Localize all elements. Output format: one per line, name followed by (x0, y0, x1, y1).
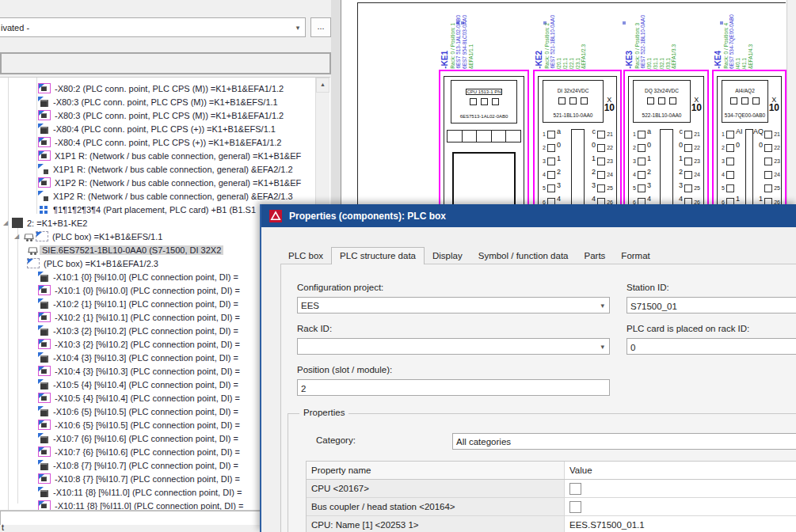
tree-item[interactable]: -X80:4 (PLC conn. point, PLC CPS (+)) =K… (0, 135, 315, 149)
module-labels: -KE2Rack: 0 / Position: 26ES7 521-1BL10-… (535, 2, 587, 69)
terminal-square (764, 131, 772, 139)
terminal-row: 5 (718, 181, 745, 195)
pin-number: 1 (718, 131, 725, 137)
rack-id-combobox[interactable]: ▾ (297, 338, 610, 355)
expander-icon[interactable]: ◢ (14, 233, 23, 241)
channel-label: 1 (586, 154, 596, 162)
plc-magenta-icon (38, 420, 51, 430)
tab-format[interactable]: Format (613, 248, 657, 264)
tree-item-label: (PLC box) =K1+B1&EFA1/2.3 (41, 259, 161, 268)
led-square (658, 97, 665, 104)
tree-item[interactable]: X1P2 R: (Network / bus cable connection,… (0, 176, 315, 189)
scroll-up-icon[interactable]: ▲ (316, 78, 329, 93)
channel-label: c (586, 127, 596, 135)
configuration-project-combobox[interactable]: EES ▾ (297, 297, 610, 314)
led-square (558, 97, 566, 104)
category-combobox[interactable]: All categories (452, 433, 796, 450)
tab-parts[interactable]: Parts (577, 248, 614, 264)
strip-cell (492, 131, 507, 142)
cross-reference-label: /40.1 (736, 58, 741, 69)
terminal-square (764, 144, 772, 152)
connector-number: 10 (769, 102, 779, 113)
pin-number: 2 (630, 145, 636, 150)
tree-item-label: -X10:11 {8} [%I11.0] (PLC connection poi… (52, 501, 246, 511)
pin-number: 21 (774, 131, 780, 137)
pin-number: 21 (694, 131, 700, 137)
terminal-square (726, 144, 734, 152)
pin-number: 24 (607, 172, 613, 177)
module-part-label: 534-7QE00-0AB0 (725, 112, 765, 118)
tree-item-label: -X80:3 (PLC conn. point, PLC CPS (M)) =K… (52, 111, 286, 120)
table-row[interactable]: Bus coupler / head station <20164> (307, 498, 796, 516)
channel-label: 0 (557, 141, 566, 149)
chevron-down-icon[interactable]: ▾ (600, 343, 606, 351)
plc-magenta-icon (38, 150, 51, 161)
checkbox[interactable] (569, 501, 581, 513)
terminal-row: 42 (539, 168, 569, 181)
terminal-strip (447, 130, 521, 142)
pin-number: 23 (774, 158, 780, 164)
terminal-square (764, 184, 772, 192)
tree-item-label: -X10:4 {3} [%I10.3] (PLC connection poin… (51, 353, 241, 363)
tab-display[interactable]: Display (425, 248, 470, 264)
terminal-square (726, 158, 734, 165)
property-value-cell[interactable]: EES.S71500_01.1 (565, 516, 796, 532)
terminal-row: c21 (673, 127, 703, 141)
terminal-square (547, 144, 555, 152)
cross-reference-label: /31.1 (653, 58, 659, 69)
tree-item-label: -X10:2 {1} [%I10.1] (PLC connection poin… (52, 313, 242, 322)
module-type-label: DQ 32x24VDC (645, 88, 679, 93)
part-number-label: 6ES7 954-8LC03-0AA0 (463, 15, 468, 69)
module-head-box: DQ 32x24VDC522-1BL10-0AA0 (633, 80, 691, 123)
channel-label: 0 (753, 141, 763, 149)
dialog-titlebar[interactable]: Properties (components): PLC box (261, 204, 796, 227)
channel-label: 3 (673, 181, 683, 189)
led-square (492, 98, 499, 105)
led-square (730, 97, 737, 104)
terminal-square (726, 184, 734, 192)
terminal-square (597, 184, 605, 192)
plc-black-icon (38, 433, 49, 443)
station-id-input[interactable] (627, 297, 796, 314)
position-slot-input[interactable] (297, 379, 610, 396)
filter-combobox-value: ivated - (0, 23, 291, 32)
placed-on-rack-label: PLC card is placed on rack ID: (627, 324, 749, 333)
tab-plc-box[interactable]: PLC box (280, 248, 331, 264)
terminal-row: 1AI (718, 127, 745, 141)
tab-plc-structure-data[interactable]: PLC structure data (331, 247, 425, 264)
checkbox[interactable] (569, 483, 581, 495)
partgrid-icon (38, 204, 49, 215)
plc-magenta-icon (38, 137, 51, 147)
filter-more-button[interactable]: ... (310, 17, 331, 37)
terminal-row: 3 (718, 154, 745, 168)
station-id-label: Station ID: (627, 283, 669, 292)
channel-label: 0 (673, 141, 683, 149)
led-square (581, 97, 588, 104)
tree-item[interactable]: X1P1 R: (Network / bus cable connection,… (0, 162, 315, 176)
table-row[interactable]: CPU <20167> (307, 480, 796, 498)
terminal-square (764, 171, 772, 179)
collapsed-field (0, 52, 331, 74)
tree-item[interactable]: -X80:3 (PLC conn. point, PLC CPS (M)) =K… (0, 95, 315, 108)
led-square (669, 97, 676, 104)
tree-item[interactable]: X1P2 R: (Network / bus cable connection,… (0, 189, 315, 203)
chevron-down-icon[interactable]: ▾ (291, 24, 305, 32)
tree-item[interactable]: -X80:2 (PLC conn. point, PLC CPS (M)) =K… (0, 82, 315, 95)
property-value-cell[interactable] (565, 480, 796, 497)
tree-item[interactable]: X1P1 R: (Network / bus cable connection,… (0, 149, 315, 162)
tree-item[interactable]: -X80:3 (PLC conn. point, PLC CPS (M)) =K… (0, 108, 315, 122)
filter-combobox[interactable]: ivated - ▾ (0, 17, 306, 37)
placed-on-rack-input[interactable] (627, 338, 796, 355)
channel-label: 4 (586, 195, 596, 203)
pin-number: 4 (630, 172, 636, 177)
pin-number: 1 (539, 131, 546, 137)
table-row[interactable]: CPU: Name [1] <20253 1>EES.S71500_01.1 (307, 516, 796, 532)
tab-symbol-function-data[interactable]: Symbol / function data (470, 248, 577, 264)
tree-item[interactable]: -X80:4 (PLC conn. point, PLC CPS (+)) =K… (0, 122, 315, 135)
plc-black-icon (38, 352, 49, 363)
chevron-down-icon[interactable]: ▾ (600, 302, 606, 310)
plc-magenta-icon (38, 339, 51, 349)
expander-icon[interactable]: ◢ (3, 219, 12, 227)
channel-label: 2 (557, 168, 566, 176)
property-value-cell[interactable] (565, 498, 796, 515)
